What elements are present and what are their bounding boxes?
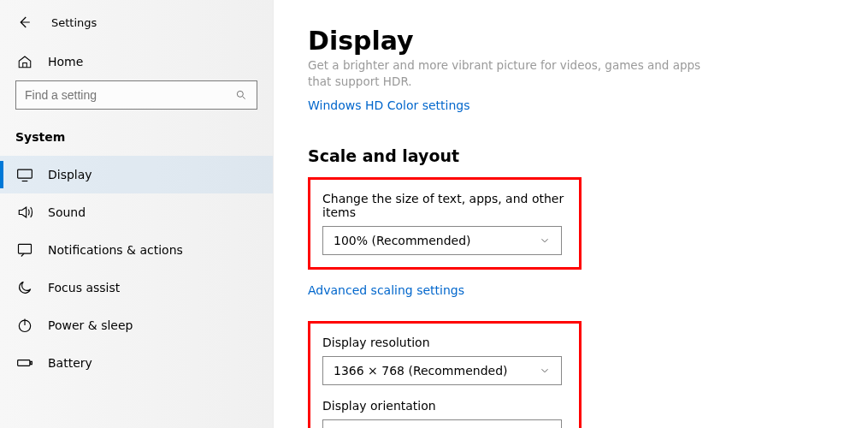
home-nav[interactable]: Home <box>0 43 273 80</box>
resolution-highlight-box: Display resolution 1366 × 768 (Recommend… <box>308 321 582 428</box>
resolution-label: Display resolution <box>322 336 567 349</box>
scale-select[interactable]: 100% (Recommended) <box>322 226 562 255</box>
advanced-scaling-link[interactable]: Advanced scaling settings <box>308 283 464 297</box>
settings-label: Settings <box>51 16 97 29</box>
sidebar-item-label: Focus assist <box>48 281 120 294</box>
svg-rect-1 <box>18 169 32 178</box>
sidebar-item-focus-assist[interactable]: Focus assist <box>0 269 273 306</box>
sidebar-item-label: Power & sleep <box>48 318 133 332</box>
power-icon <box>15 316 34 335</box>
sidebar-item-label: Battery <box>48 356 92 370</box>
home-icon <box>15 52 34 71</box>
chevron-down-icon <box>539 365 551 377</box>
svg-rect-5 <box>31 361 32 364</box>
speaker-icon <box>15 203 34 222</box>
orientation-label: Display orientation <box>322 399 567 413</box>
main-content: Display Get a brighter and more vibrant … <box>274 0 868 428</box>
chevron-down-icon <box>539 235 551 247</box>
sidebar-section-label: System <box>0 122 273 152</box>
orientation-select[interactable]: Landscape <box>322 419 562 428</box>
sidebar-item-label: Notifications & actions <box>48 243 183 257</box>
scale-highlight-box: Change the size of text, apps, and other… <box>308 177 582 270</box>
search-box[interactable] <box>15 80 257 110</box>
home-label: Home <box>48 55 83 68</box>
sidebar-nav-list: Display Sound Notifications & actions Fo… <box>0 156 273 382</box>
titlebar-row: Settings <box>0 9 273 43</box>
sidebar-item-power-sleep[interactable]: Power & sleep <box>0 306 273 344</box>
sidebar-item-display[interactable]: Display <box>0 156 273 193</box>
svg-rect-2 <box>19 244 32 253</box>
search-wrap <box>0 80 273 122</box>
svg-rect-4 <box>18 360 30 366</box>
sidebar-item-battery[interactable]: Battery <box>0 344 273 382</box>
back-arrow-icon[interactable] <box>15 14 32 31</box>
sidebar-item-label: Sound <box>48 205 86 219</box>
moon-icon <box>15 278 34 297</box>
scale-layout-heading: Scale and layout <box>308 146 834 165</box>
monitor-icon <box>15 165 34 184</box>
scale-label: Change the size of text, apps, and other… <box>322 192 567 219</box>
svg-point-0 <box>237 91 243 97</box>
resolution-select-value: 1366 × 768 (Recommended) <box>334 364 507 377</box>
sidebar: Settings Home System Display Sound <box>0 0 274 428</box>
hdr-subtext: Get a brighter and more vibrant picture … <box>308 57 701 90</box>
chat-icon <box>15 241 34 259</box>
search-input[interactable] <box>25 88 234 102</box>
resolution-select[interactable]: 1366 × 768 (Recommended) <box>322 356 562 385</box>
search-icon <box>234 88 248 102</box>
sidebar-item-label: Display <box>48 168 92 181</box>
sidebar-item-notifications[interactable]: Notifications & actions <box>0 231 273 269</box>
page-title: Display <box>308 26 834 56</box>
hd-color-settings-link[interactable]: Windows HD Color settings <box>308 98 470 112</box>
scale-select-value: 100% (Recommended) <box>334 234 471 247</box>
battery-icon <box>15 354 34 372</box>
sidebar-item-sound[interactable]: Sound <box>0 193 273 231</box>
